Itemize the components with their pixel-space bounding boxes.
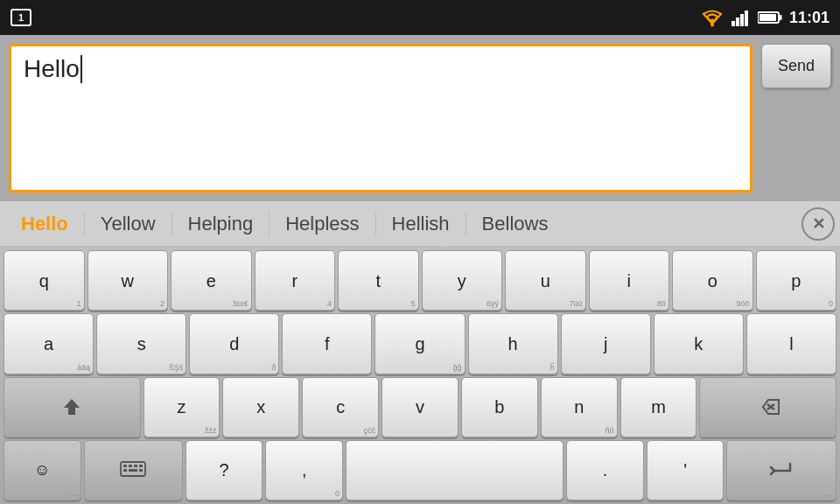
key-u[interactable]: u7üū <box>505 250 586 311</box>
svg-rect-15 <box>134 465 137 467</box>
key-row-3: zžźż x cçćč v b nñń m <box>4 377 836 438</box>
status-time: 11:01 <box>789 9 830 27</box>
svg-rect-14 <box>129 465 132 467</box>
text-input[interactable]: Hello <box>9 44 752 192</box>
key-row-2: aàāą sßŞś dð f gğĝ hĥ j k l <box>4 313 836 374</box>
svg-rect-3 <box>740 14 744 26</box>
keyboard: q1 w2 e3εε€ r4 t5 y6ÿý u7üū i8īï o9öō p0… <box>0 247 840 504</box>
key-row-1: q1 w2 e3εε€ r4 t5 y6ÿý u7üū i8īï o9öō p0 <box>4 250 836 311</box>
status-bar: 1 11:01 <box>0 0 840 35</box>
key-apostrophe[interactable]: ' <box>647 440 724 500</box>
svg-rect-6 <box>779 15 781 20</box>
key-x[interactable]: x <box>222 377 299 438</box>
emoji-key[interactable]: ☺ ... <box>4 440 81 500</box>
key-e[interactable]: e3εε€ <box>171 250 252 311</box>
key-z[interactable]: zžźż <box>144 377 220 438</box>
svg-marker-8 <box>64 399 80 415</box>
key-w[interactable]: w2 <box>88 250 169 311</box>
key-s[interactable]: sßŞś <box>96 313 186 374</box>
svg-rect-19 <box>139 469 143 472</box>
svg-rect-13 <box>123 465 127 467</box>
suggestions-bar: Hello Yellow Helping Helpless Hellish Be… <box>0 201 840 247</box>
svg-rect-18 <box>129 469 137 472</box>
key-t[interactable]: t5 <box>338 250 419 311</box>
svg-rect-7 <box>760 14 776 21</box>
suggestion-close-button[interactable]: ✕ <box>802 207 835 241</box>
key-question[interactable]: ? <box>186 440 263 500</box>
svg-rect-4 <box>745 10 748 26</box>
suggestion-hellish[interactable]: Hellish <box>376 213 466 235</box>
key-row-4: ☺ ... ? ,0 . ' ... <box>4 440 836 500</box>
key-q[interactable]: q1 <box>4 250 85 311</box>
key-v[interactable]: v <box>382 377 458 438</box>
key-p[interactable]: p0 <box>756 250 837 311</box>
svg-rect-2 <box>736 18 739 26</box>
key-h[interactable]: hĥ <box>468 313 558 374</box>
input-text: Hello <box>24 55 80 83</box>
key-period[interactable]: . <box>566 440 644 500</box>
key-comma[interactable]: ,0 <box>265 440 343 500</box>
key-b[interactable]: b <box>461 377 538 438</box>
suggestion-bellows[interactable]: Bellows <box>466 213 564 235</box>
key-g[interactable]: gğĝ <box>374 313 465 374</box>
keyboard-icon <box>120 461 146 479</box>
notification-icon: 1 <box>10 9 32 26</box>
key-c[interactable]: cçćč <box>302 377 379 438</box>
key-j[interactable]: j <box>561 313 651 374</box>
space-key[interactable] <box>346 440 564 500</box>
battery-icon <box>758 10 782 24</box>
signal-icon <box>732 9 751 26</box>
key-m[interactable]: m <box>620 377 697 438</box>
enter-icon <box>769 460 794 480</box>
key-r[interactable]: r4 <box>255 250 336 311</box>
svg-point-0 <box>710 24 714 27</box>
key-i[interactable]: i8īï <box>589 250 670 311</box>
key-d[interactable]: dð <box>189 313 279 374</box>
suggestion-helping[interactable]: Helping <box>172 213 270 235</box>
suggestion-hello[interactable]: Hello <box>5 213 84 235</box>
key-y[interactable]: y6ÿý <box>422 250 503 311</box>
backspace-key[interactable] <box>699 377 836 438</box>
status-left: 1 <box>10 9 32 26</box>
enter-key[interactable]: ... <box>726 440 836 500</box>
notif-count: 1 <box>18 12 24 23</box>
key-n[interactable]: nñń <box>541 377 618 438</box>
svg-rect-16 <box>139 465 143 467</box>
backspace-icon <box>756 398 780 416</box>
send-button[interactable]: Send <box>761 44 831 88</box>
key-k[interactable]: k <box>654 313 744 374</box>
svg-rect-1 <box>732 21 735 26</box>
key-a[interactable]: aàāą <box>4 313 94 374</box>
suggestion-yellow[interactable]: Yellow <box>85 213 172 235</box>
status-right: 11:01 <box>700 8 830 27</box>
key-f[interactable]: f <box>282 313 372 374</box>
text-cursor <box>80 55 82 83</box>
keyboard-switch-key[interactable] <box>84 440 183 500</box>
key-l[interactable]: l <box>746 313 836 374</box>
svg-rect-17 <box>123 469 127 472</box>
wifi-icon <box>700 8 724 27</box>
key-o[interactable]: o9öō <box>672 250 753 311</box>
message-area: Hello Send <box>0 35 840 201</box>
suggestion-helpless[interactable]: Helpless <box>270 213 374 235</box>
emoji-icon: ☺ <box>34 461 50 480</box>
shift-icon <box>62 397 81 416</box>
shift-key[interactable] <box>4 377 141 438</box>
